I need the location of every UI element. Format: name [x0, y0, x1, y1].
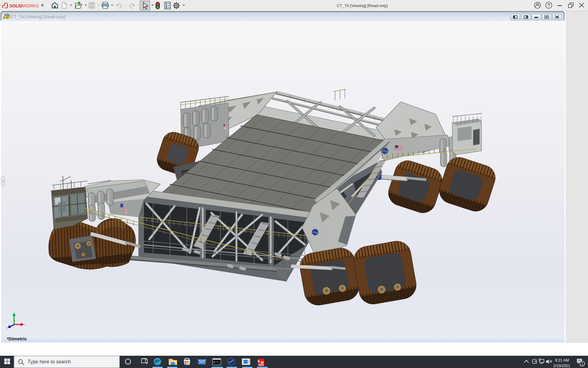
svg-text:?: ?: [548, 3, 550, 8]
svg-text:9:21 AM: 9:21 AM: [555, 358, 569, 362]
svg-text:2/19/2021: 2/19/2021: [553, 364, 570, 368]
svg-text:CT_TA [Viewing] [Read-only]: CT_TA [Viewing] [Read-only]: [337, 3, 388, 8]
svg-text:CT_TA [Viewing] [Read-only]: CT_TA [Viewing] [Read-only]: [11, 14, 65, 19]
svg-text:z: z: [7, 326, 9, 329]
svg-text:*Dimetric: *Dimetric: [7, 336, 27, 341]
svg-text:x: x: [24, 323, 26, 326]
svg-text:C:\_: C:\_: [213, 361, 220, 364]
svg-text:Type here to search: Type here to search: [28, 359, 71, 364]
svg-text:S: S: [258, 359, 260, 363]
svg-text:1: 1: [581, 362, 583, 366]
svg-text:2021: 2021: [258, 363, 264, 366]
svg-text:Y: Y: [13, 311, 15, 315]
